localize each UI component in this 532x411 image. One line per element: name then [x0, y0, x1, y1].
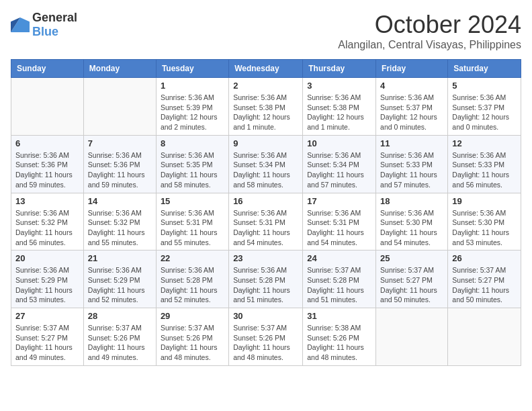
calendar-cell: 31Sunrise: 5:38 AM Sunset: 5:26 PM Dayli… — [303, 308, 376, 366]
calendar-week-row: 1Sunrise: 5:36 AM Sunset: 5:39 PM Daylig… — [11, 78, 521, 136]
calendar-week-row: 20Sunrise: 5:36 AM Sunset: 5:29 PM Dayli… — [11, 250, 521, 308]
calendar-cell: 8Sunrise: 5:36 AM Sunset: 5:35 PM Daylig… — [156, 135, 228, 193]
calendar-cell: 13Sunrise: 5:36 AM Sunset: 5:32 PM Dayli… — [11, 193, 84, 250]
day-number: 29 — [161, 311, 224, 321]
day-number: 21 — [88, 253, 152, 263]
day-info: Sunrise: 5:36 AM Sunset: 5:29 PM Dayligh… — [15, 265, 79, 305]
day-info: Sunrise: 5:36 AM Sunset: 5:38 PM Dayligh… — [233, 93, 298, 132]
day-info: Sunrise: 5:36 AM Sunset: 5:36 PM Dayligh… — [15, 150, 79, 190]
day-number: 13 — [15, 196, 79, 206]
day-number: 7 — [88, 138, 152, 148]
day-number: 5 — [452, 81, 517, 91]
calendar-cell: 20Sunrise: 5:36 AM Sunset: 5:29 PM Dayli… — [11, 250, 84, 308]
day-info: Sunrise: 5:36 AM Sunset: 5:38 PM Dayligh… — [307, 93, 371, 132]
day-info: Sunrise: 5:36 AM Sunset: 5:31 PM Dayligh… — [161, 208, 224, 248]
day-info: Sunrise: 5:36 AM Sunset: 5:29 PM Dayligh… — [88, 265, 152, 305]
page-header: General Blue October 2024 Alangilan, Cen… — [11, 11, 521, 51]
calendar-cell: 18Sunrise: 5:36 AM Sunset: 5:30 PM Dayli… — [376, 193, 448, 250]
logo-blue: Blue — [32, 25, 58, 38]
calendar-cell: 2Sunrise: 5:36 AM Sunset: 5:38 PM Daylig… — [229, 78, 303, 136]
day-number: 11 — [380, 138, 443, 148]
calendar-cell: 3Sunrise: 5:36 AM Sunset: 5:38 PM Daylig… — [303, 78, 376, 136]
day-info: Sunrise: 5:36 AM Sunset: 5:34 PM Dayligh… — [307, 150, 371, 190]
day-header-sunday: Sunday — [11, 60, 84, 78]
calendar-cell: 12Sunrise: 5:36 AM Sunset: 5:33 PM Dayli… — [448, 135, 521, 193]
day-number: 14 — [88, 196, 152, 206]
calendar-cell: 11Sunrise: 5:36 AM Sunset: 5:33 PM Dayli… — [376, 135, 448, 193]
location-title: Alangilan, Central Visayas, Philippines — [338, 39, 521, 51]
calendar-cell: 29Sunrise: 5:37 AM Sunset: 5:26 PM Dayli… — [156, 308, 228, 366]
day-number: 28 — [88, 311, 152, 321]
day-info: Sunrise: 5:36 AM Sunset: 5:37 PM Dayligh… — [452, 93, 517, 132]
day-number: 2 — [233, 81, 298, 91]
day-header-tuesday: Tuesday — [156, 60, 228, 78]
month-title: October 2024 — [338, 11, 521, 39]
calendar-cell: 23Sunrise: 5:36 AM Sunset: 5:28 PM Dayli… — [229, 250, 303, 308]
day-info: Sunrise: 5:36 AM Sunset: 5:34 PM Dayligh… — [233, 150, 298, 190]
day-info: Sunrise: 5:36 AM Sunset: 5:33 PM Dayligh… — [380, 150, 443, 190]
day-number: 30 — [233, 311, 298, 321]
calendar-cell: 28Sunrise: 5:37 AM Sunset: 5:26 PM Dayli… — [83, 308, 156, 366]
day-info: Sunrise: 5:36 AM Sunset: 5:32 PM Dayligh… — [15, 208, 79, 248]
day-number: 16 — [233, 196, 298, 206]
logo-text: General Blue — [32, 11, 77, 39]
calendar-cell — [83, 78, 156, 136]
day-number: 4 — [380, 81, 443, 91]
day-header-friday: Friday — [376, 60, 448, 78]
day-info: Sunrise: 5:37 AM Sunset: 5:27 PM Dayligh… — [380, 265, 443, 305]
logo-icon — [11, 17, 30, 32]
title-block: October 2024 Alangilan, Central Visayas,… — [338, 11, 521, 51]
calendar-cell: 16Sunrise: 5:36 AM Sunset: 5:31 PM Dayli… — [229, 193, 303, 250]
calendar-cell: 5Sunrise: 5:36 AM Sunset: 5:37 PM Daylig… — [448, 78, 521, 136]
day-info: Sunrise: 5:36 AM Sunset: 5:30 PM Dayligh… — [380, 208, 443, 248]
logo-general: General — [32, 11, 77, 24]
calendar-cell: 1Sunrise: 5:36 AM Sunset: 5:39 PM Daylig… — [156, 78, 228, 136]
day-number: 3 — [307, 81, 371, 91]
day-header-thursday: Thursday — [303, 60, 376, 78]
calendar-cell: 22Sunrise: 5:36 AM Sunset: 5:28 PM Dayli… — [156, 250, 228, 308]
day-number: 25 — [380, 253, 443, 263]
day-number: 22 — [161, 253, 224, 263]
calendar-week-row: 6Sunrise: 5:36 AM Sunset: 5:36 PM Daylig… — [11, 135, 521, 193]
calendar-week-row: 13Sunrise: 5:36 AM Sunset: 5:32 PM Dayli… — [11, 193, 521, 250]
day-info: Sunrise: 5:36 AM Sunset: 5:32 PM Dayligh… — [88, 208, 152, 248]
day-number: 8 — [161, 138, 224, 148]
calendar-cell: 14Sunrise: 5:36 AM Sunset: 5:32 PM Dayli… — [83, 193, 156, 250]
day-number: 9 — [233, 138, 298, 148]
calendar-cell: 17Sunrise: 5:36 AM Sunset: 5:31 PM Dayli… — [303, 193, 376, 250]
day-info: Sunrise: 5:37 AM Sunset: 5:28 PM Dayligh… — [307, 265, 371, 305]
day-header-wednesday: Wednesday — [229, 60, 303, 78]
day-number: 12 — [452, 138, 517, 148]
day-info: Sunrise: 5:36 AM Sunset: 5:28 PM Dayligh… — [233, 265, 298, 305]
day-number: 17 — [307, 196, 371, 206]
day-number: 23 — [233, 253, 298, 263]
calendar-header-row: SundayMondayTuesdayWednesdayThursdayFrid… — [11, 60, 521, 78]
calendar-cell — [376, 308, 448, 366]
day-info: Sunrise: 5:37 AM Sunset: 5:26 PM Dayligh… — [88, 323, 152, 363]
calendar-table: SundayMondayTuesdayWednesdayThursdayFrid… — [11, 59, 521, 366]
day-number: 24 — [307, 253, 371, 263]
day-number: 15 — [161, 196, 224, 206]
calendar-cell: 7Sunrise: 5:36 AM Sunset: 5:36 PM Daylig… — [83, 135, 156, 193]
day-info: Sunrise: 5:37 AM Sunset: 5:26 PM Dayligh… — [233, 323, 298, 363]
calendar-cell: 6Sunrise: 5:36 AM Sunset: 5:36 PM Daylig… — [11, 135, 84, 193]
calendar-cell: 30Sunrise: 5:37 AM Sunset: 5:26 PM Dayli… — [229, 308, 303, 366]
day-info: Sunrise: 5:36 AM Sunset: 5:30 PM Dayligh… — [452, 208, 517, 248]
day-number: 31 — [307, 311, 371, 321]
day-info: Sunrise: 5:36 AM Sunset: 5:39 PM Dayligh… — [161, 93, 224, 132]
calendar-cell: 21Sunrise: 5:36 AM Sunset: 5:29 PM Dayli… — [83, 250, 156, 308]
day-info: Sunrise: 5:36 AM Sunset: 5:31 PM Dayligh… — [307, 208, 371, 248]
calendar-cell: 24Sunrise: 5:37 AM Sunset: 5:28 PM Dayli… — [303, 250, 376, 308]
logo: General Blue — [11, 11, 77, 39]
day-info: Sunrise: 5:36 AM Sunset: 5:35 PM Dayligh… — [161, 150, 224, 190]
day-header-monday: Monday — [83, 60, 156, 78]
day-info: Sunrise: 5:37 AM Sunset: 5:27 PM Dayligh… — [15, 323, 79, 363]
day-number: 19 — [452, 196, 517, 206]
day-info: Sunrise: 5:38 AM Sunset: 5:26 PM Dayligh… — [307, 323, 371, 363]
calendar-cell: 9Sunrise: 5:36 AM Sunset: 5:34 PM Daylig… — [229, 135, 303, 193]
calendar-cell: 27Sunrise: 5:37 AM Sunset: 5:27 PM Dayli… — [11, 308, 84, 366]
day-header-saturday: Saturday — [448, 60, 521, 78]
day-info: Sunrise: 5:37 AM Sunset: 5:27 PM Dayligh… — [452, 265, 517, 305]
day-number: 27 — [15, 311, 79, 321]
day-info: Sunrise: 5:36 AM Sunset: 5:37 PM Dayligh… — [380, 93, 443, 132]
